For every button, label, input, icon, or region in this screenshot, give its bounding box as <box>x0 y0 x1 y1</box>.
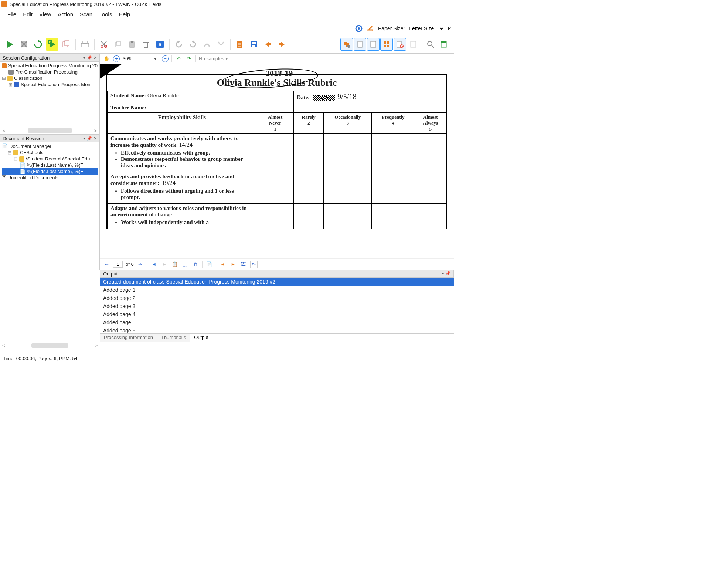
copy-pages-icon[interactable] <box>60 38 72 51</box>
image-mode-icon[interactable]: 🖼 <box>240 261 247 268</box>
output-log[interactable]: Created document of class Special Educat… <box>100 278 454 333</box>
zoom-level[interactable]: 30% <box>123 56 149 61</box>
session-tree-hscroll[interactable]: <> <box>0 127 99 134</box>
tool-b-icon[interactable] <box>215 38 227 51</box>
trash-icon[interactable] <box>140 38 152 51</box>
tab-thumbnails[interactable]: Thumbnails <box>157 334 190 342</box>
menu-edit[interactable]: Edit <box>23 11 33 17</box>
session-config-tree[interactable]: Special Education Progress Monitoring 20… <box>0 62 99 127</box>
annotate-icon[interactable]: a <box>154 38 166 51</box>
output-line[interactable]: Created document of class Special Educat… <box>100 278 454 286</box>
save-icon[interactable] <box>248 38 260 51</box>
document-revision-header[interactable]: Document Revision ▾📌✕ <box>0 134 99 142</box>
menu-help[interactable]: Help <box>119 11 130 17</box>
zoom-dropdown-icon[interactable]: ▾ <box>152 55 159 62</box>
close-icon[interactable]: ✕ <box>93 55 97 60</box>
view-lines-icon[interactable] <box>407 38 419 51</box>
page-back-icon[interactable]: ◄ <box>150 261 158 268</box>
paste-icon[interactable] <box>126 38 138 51</box>
pin-icon[interactable]: 📌 <box>87 136 92 141</box>
text-mode-icon[interactable]: T≡ <box>250 261 258 268</box>
copy-page-icon[interactable]: 📋 <box>171 261 178 268</box>
output-panel-header[interactable]: Output ▾ 📌 <box>100 270 454 278</box>
copy-icon[interactable] <box>112 38 124 51</box>
svg-rect-49 <box>387 41 389 44</box>
teacher-name-label: Teacher Name: <box>110 105 146 111</box>
view-single-icon[interactable] <box>354 38 366 51</box>
output-line[interactable]: Added page 4. <box>100 310 454 318</box>
delete-page-icon[interactable]: 🗑 <box>192 261 199 268</box>
move-page-right-icon[interactable]: ► <box>229 261 237 268</box>
document-revision-tree[interactable]: 📄Document Manager ⊟CFSchools ⊟\Student R… <box>0 142 99 270</box>
tab-processing-info[interactable]: Processing Information <box>100 334 157 342</box>
move-right-icon[interactable] <box>276 38 288 51</box>
menu-scan[interactable]: Scan <box>80 11 92 17</box>
prev-doc-icon[interactable]: ⇤ <box>103 261 110 268</box>
split-icon[interactable]: ⬚ <box>181 261 189 268</box>
settings-gear-icon[interactable] <box>354 24 363 33</box>
docrev-template-2[interactable]: %(Fields.Last Name), %(Fi <box>27 169 84 174</box>
pan-hand-icon[interactable]: ✋ <box>103 55 110 62</box>
refresh-icon[interactable] <box>32 38 44 51</box>
pages-icon[interactable]: 📄 <box>205 261 213 268</box>
zoom-out-icon[interactable]: − <box>162 55 169 62</box>
scanner-icon[interactable] <box>79 38 91 51</box>
zoom-in-icon[interactable]: + <box>113 55 120 62</box>
close-icon[interactable]: ✕ <box>93 136 97 141</box>
menu-tools[interactable]: Tools <box>99 11 112 17</box>
tree-root[interactable]: Special Education Progress Monitoring 20 <box>8 63 98 68</box>
move-left-icon[interactable] <box>262 38 274 51</box>
pin-icon[interactable]: 📌 <box>445 271 450 275</box>
view-thumbnails-icon[interactable] <box>380 38 393 51</box>
output-line[interactable]: Added page 1. <box>100 286 454 294</box>
tree-classification[interactable]: Classification <box>14 75 42 81</box>
undo-view-icon[interactable]: ↶ <box>175 55 182 62</box>
next-doc-icon[interactable]: ⇥ <box>137 261 144 268</box>
document-orange-icon[interactable] <box>234 38 246 51</box>
output-line[interactable]: Added page 2. <box>100 294 454 302</box>
page-number-input[interactable] <box>113 261 123 268</box>
paper-size-select[interactable]: Letter Size <box>408 25 445 32</box>
edit-pencil-icon[interactable] <box>366 24 375 33</box>
docrev-hscroll[interactable]: <> <box>0 342 100 349</box>
output-line[interactable]: Added page 3. <box>100 302 454 310</box>
redo-icon[interactable] <box>187 38 199 51</box>
view-pages-icon[interactable] <box>340 38 353 51</box>
menu-file[interactable]: File <box>7 11 16 17</box>
tab-output[interactable]: Output <box>190 334 212 342</box>
redo-view-icon[interactable]: ↷ <box>185 55 193 62</box>
docrev-root[interactable]: Document Manager <box>9 143 51 149</box>
samples-dropdown[interactable]: No samples ▾ <box>199 56 228 61</box>
view-remove-icon[interactable] <box>394 38 406 51</box>
session-config-header[interactable]: Session Configuration ▾📌✕ <box>0 54 99 62</box>
tree-class-child[interactable]: Special Education Progress Moni <box>21 82 92 87</box>
dropdown-icon[interactable]: ▾ <box>442 271 444 275</box>
menu-action[interactable]: Action <box>58 11 73 17</box>
dropdown-icon[interactable]: ▾ <box>83 136 85 141</box>
pin-icon[interactable]: 📌 <box>87 55 92 60</box>
tool-a-icon[interactable] <box>201 38 213 51</box>
docrev-template-1[interactable]: %(Fields.Last Name), %(Fi <box>27 162 84 168</box>
scan-run-icon[interactable] <box>46 38 58 51</box>
undo-icon[interactable] <box>173 38 185 51</box>
docrev-student-records[interactable]: \Student Records\Special Edu <box>26 156 90 162</box>
docrev-unidentified[interactable]: Unidentified Documents <box>8 175 59 180</box>
cut-icon[interactable] <box>98 38 110 51</box>
tree-preclass[interactable]: Pre-Classification Processing <box>15 69 78 75</box>
view-doc-icon[interactable] <box>438 38 450 51</box>
view-text-icon[interactable] <box>367 38 380 51</box>
output-line[interactable]: Added page 5. <box>100 318 454 326</box>
output-title: Output <box>103 271 118 276</box>
page-fwd-icon[interactable]: ► <box>161 261 168 268</box>
run-icon[interactable] <box>4 38 16 51</box>
menu-view[interactable]: View <box>39 11 51 17</box>
docrev-cfschools[interactable]: CFSchools <box>20 150 44 155</box>
stop-icon[interactable] <box>18 38 30 51</box>
output-line[interactable]: Added page 6. <box>100 326 454 333</box>
document-icon <box>2 63 7 68</box>
dropdown-icon[interactable]: ▾ <box>83 55 85 60</box>
svg-point-1 <box>358 27 360 30</box>
move-page-left-icon[interactable]: ◄ <box>219 261 227 268</box>
search-icon[interactable] <box>424 38 437 51</box>
svg-rect-2 <box>368 30 373 31</box>
